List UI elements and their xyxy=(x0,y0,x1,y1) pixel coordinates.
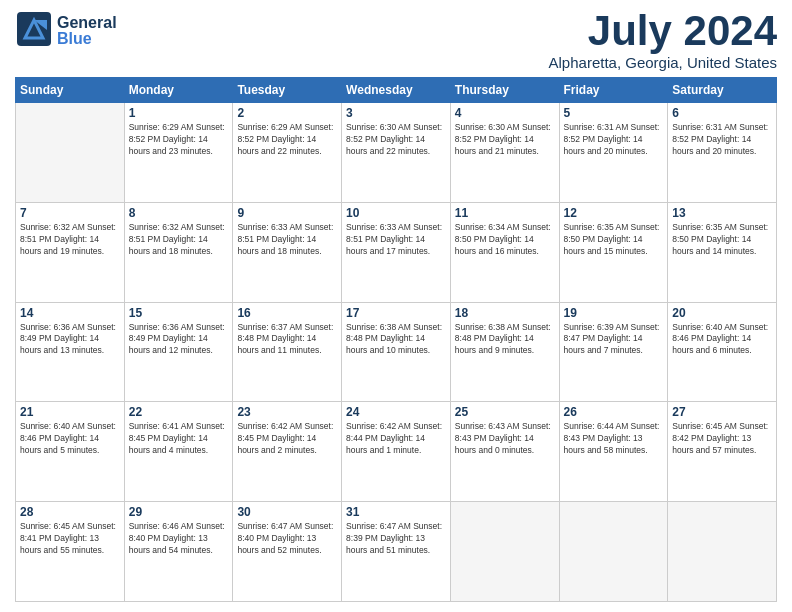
col-tuesday: Tuesday xyxy=(233,78,342,103)
calendar-cell: 12Sunrise: 6:35 AM Sunset: 8:50 PM Dayli… xyxy=(559,202,668,302)
calendar-cell: 25Sunrise: 6:43 AM Sunset: 8:43 PM Dayli… xyxy=(450,402,559,502)
day-info: Sunrise: 6:42 AM Sunset: 8:44 PM Dayligh… xyxy=(346,421,446,457)
calendar-row-2: 7Sunrise: 6:32 AM Sunset: 8:51 PM Daylig… xyxy=(16,202,777,302)
logo: General Blue xyxy=(15,10,117,52)
day-info: Sunrise: 6:44 AM Sunset: 8:43 PM Dayligh… xyxy=(564,421,664,457)
day-info: Sunrise: 6:45 AM Sunset: 8:41 PM Dayligh… xyxy=(20,521,120,557)
calendar-cell: 13Sunrise: 6:35 AM Sunset: 8:50 PM Dayli… xyxy=(668,202,777,302)
calendar-cell: 26Sunrise: 6:44 AM Sunset: 8:43 PM Dayli… xyxy=(559,402,668,502)
day-info: Sunrise: 6:35 AM Sunset: 8:50 PM Dayligh… xyxy=(672,222,772,258)
day-number: 12 xyxy=(564,206,664,220)
col-saturday: Saturday xyxy=(668,78,777,103)
day-number: 6 xyxy=(672,106,772,120)
day-number: 8 xyxy=(129,206,229,220)
day-number: 11 xyxy=(455,206,555,220)
col-friday: Friday xyxy=(559,78,668,103)
calendar-cell: 19Sunrise: 6:39 AM Sunset: 8:47 PM Dayli… xyxy=(559,302,668,402)
day-number: 31 xyxy=(346,505,446,519)
calendar-cell: 22Sunrise: 6:41 AM Sunset: 8:45 PM Dayli… xyxy=(124,402,233,502)
day-number: 23 xyxy=(237,405,337,419)
day-info: Sunrise: 6:40 AM Sunset: 8:46 PM Dayligh… xyxy=(672,322,772,358)
page: General Blue July 2024 Alpharetta, Georg… xyxy=(0,0,792,612)
day-info: Sunrise: 6:30 AM Sunset: 8:52 PM Dayligh… xyxy=(346,122,446,158)
day-info: Sunrise: 6:43 AM Sunset: 8:43 PM Dayligh… xyxy=(455,421,555,457)
day-info: Sunrise: 6:30 AM Sunset: 8:52 PM Dayligh… xyxy=(455,122,555,158)
day-number: 17 xyxy=(346,306,446,320)
day-number: 16 xyxy=(237,306,337,320)
day-number: 25 xyxy=(455,405,555,419)
day-number: 21 xyxy=(20,405,120,419)
calendar-cell: 30Sunrise: 6:47 AM Sunset: 8:40 PM Dayli… xyxy=(233,502,342,602)
day-info: Sunrise: 6:38 AM Sunset: 8:48 PM Dayligh… xyxy=(455,322,555,358)
calendar-cell: 11Sunrise: 6:34 AM Sunset: 8:50 PM Dayli… xyxy=(450,202,559,302)
day-info: Sunrise: 6:35 AM Sunset: 8:50 PM Dayligh… xyxy=(564,222,664,258)
day-info: Sunrise: 6:33 AM Sunset: 8:51 PM Dayligh… xyxy=(346,222,446,258)
day-number: 1 xyxy=(129,106,229,120)
col-thursday: Thursday xyxy=(450,78,559,103)
calendar-cell: 9Sunrise: 6:33 AM Sunset: 8:51 PM Daylig… xyxy=(233,202,342,302)
calendar-cell: 7Sunrise: 6:32 AM Sunset: 8:51 PM Daylig… xyxy=(16,202,125,302)
day-number: 10 xyxy=(346,206,446,220)
day-number: 26 xyxy=(564,405,664,419)
col-sunday: Sunday xyxy=(16,78,125,103)
day-number: 30 xyxy=(237,505,337,519)
calendar-table: Sunday Monday Tuesday Wednesday Thursday… xyxy=(15,77,777,602)
day-number: 28 xyxy=(20,505,120,519)
calendar-cell: 23Sunrise: 6:42 AM Sunset: 8:45 PM Dayli… xyxy=(233,402,342,502)
day-info: Sunrise: 6:42 AM Sunset: 8:45 PM Dayligh… xyxy=(237,421,337,457)
logo-icon xyxy=(15,10,53,52)
calendar-cell: 17Sunrise: 6:38 AM Sunset: 8:48 PM Dayli… xyxy=(342,302,451,402)
calendar-cell: 1Sunrise: 6:29 AM Sunset: 8:52 PM Daylig… xyxy=(124,103,233,203)
day-number: 29 xyxy=(129,505,229,519)
calendar-row-1: 1Sunrise: 6:29 AM Sunset: 8:52 PM Daylig… xyxy=(16,103,777,203)
calendar-cell: 4Sunrise: 6:30 AM Sunset: 8:52 PM Daylig… xyxy=(450,103,559,203)
calendar-row-5: 28Sunrise: 6:45 AM Sunset: 8:41 PM Dayli… xyxy=(16,502,777,602)
day-number: 2 xyxy=(237,106,337,120)
calendar-cell: 18Sunrise: 6:38 AM Sunset: 8:48 PM Dayli… xyxy=(450,302,559,402)
logo-name: General Blue xyxy=(57,15,117,47)
day-number: 3 xyxy=(346,106,446,120)
day-info: Sunrise: 6:45 AM Sunset: 8:42 PM Dayligh… xyxy=(672,421,772,457)
day-info: Sunrise: 6:47 AM Sunset: 8:39 PM Dayligh… xyxy=(346,521,446,557)
day-info: Sunrise: 6:32 AM Sunset: 8:51 PM Dayligh… xyxy=(129,222,229,258)
day-info: Sunrise: 6:34 AM Sunset: 8:50 PM Dayligh… xyxy=(455,222,555,258)
day-info: Sunrise: 6:47 AM Sunset: 8:40 PM Dayligh… xyxy=(237,521,337,557)
calendar-cell: 16Sunrise: 6:37 AM Sunset: 8:48 PM Dayli… xyxy=(233,302,342,402)
calendar-cell xyxy=(668,502,777,602)
day-number: 15 xyxy=(129,306,229,320)
calendar-cell: 21Sunrise: 6:40 AM Sunset: 8:46 PM Dayli… xyxy=(16,402,125,502)
day-number: 5 xyxy=(564,106,664,120)
month-title: July 2024 xyxy=(549,10,777,52)
calendar-cell: 14Sunrise: 6:36 AM Sunset: 8:49 PM Dayli… xyxy=(16,302,125,402)
calendar-cell: 27Sunrise: 6:45 AM Sunset: 8:42 PM Dayli… xyxy=(668,402,777,502)
calendar-cell: 5Sunrise: 6:31 AM Sunset: 8:52 PM Daylig… xyxy=(559,103,668,203)
day-number: 27 xyxy=(672,405,772,419)
day-number: 24 xyxy=(346,405,446,419)
calendar-cell xyxy=(450,502,559,602)
calendar-cell: 20Sunrise: 6:40 AM Sunset: 8:46 PM Dayli… xyxy=(668,302,777,402)
day-number: 19 xyxy=(564,306,664,320)
day-info: Sunrise: 6:41 AM Sunset: 8:45 PM Dayligh… xyxy=(129,421,229,457)
calendar-cell xyxy=(559,502,668,602)
day-info: Sunrise: 6:37 AM Sunset: 8:48 PM Dayligh… xyxy=(237,322,337,358)
calendar-cell: 15Sunrise: 6:36 AM Sunset: 8:49 PM Dayli… xyxy=(124,302,233,402)
calendar-cell: 8Sunrise: 6:32 AM Sunset: 8:51 PM Daylig… xyxy=(124,202,233,302)
calendar-cell xyxy=(16,103,125,203)
day-number: 4 xyxy=(455,106,555,120)
calendar-cell: 3Sunrise: 6:30 AM Sunset: 8:52 PM Daylig… xyxy=(342,103,451,203)
day-info: Sunrise: 6:31 AM Sunset: 8:52 PM Dayligh… xyxy=(672,122,772,158)
title-block: July 2024 Alpharetta, Georgia, United St… xyxy=(549,10,777,71)
calendar-cell: 2Sunrise: 6:29 AM Sunset: 8:52 PM Daylig… xyxy=(233,103,342,203)
col-monday: Monday xyxy=(124,78,233,103)
calendar-cell: 31Sunrise: 6:47 AM Sunset: 8:39 PM Dayli… xyxy=(342,502,451,602)
header: General Blue July 2024 Alpharetta, Georg… xyxy=(15,10,777,71)
logo-general-text: General xyxy=(57,15,117,31)
calendar-cell: 6Sunrise: 6:31 AM Sunset: 8:52 PM Daylig… xyxy=(668,103,777,203)
day-info: Sunrise: 6:38 AM Sunset: 8:48 PM Dayligh… xyxy=(346,322,446,358)
day-number: 18 xyxy=(455,306,555,320)
day-info: Sunrise: 6:33 AM Sunset: 8:51 PM Dayligh… xyxy=(237,222,337,258)
day-info: Sunrise: 6:29 AM Sunset: 8:52 PM Dayligh… xyxy=(129,122,229,158)
calendar-cell: 24Sunrise: 6:42 AM Sunset: 8:44 PM Dayli… xyxy=(342,402,451,502)
day-info: Sunrise: 6:40 AM Sunset: 8:46 PM Dayligh… xyxy=(20,421,120,457)
calendar-row-3: 14Sunrise: 6:36 AM Sunset: 8:49 PM Dayli… xyxy=(16,302,777,402)
